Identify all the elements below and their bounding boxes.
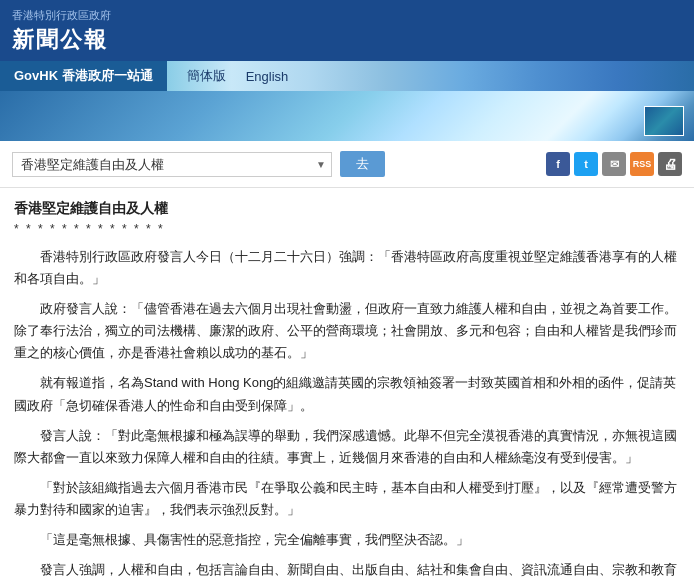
article-content: 香港堅定維護自由及人權 * * * * * * * * * * * * * 香港… [0,188,694,582]
article-para-2: 就有報道指，名為Stand with Hong Kong的組織邀請英國的宗教領袖… [14,372,680,416]
header-title: 新聞公報 [12,25,682,55]
print-icon[interactable]: 🖨 [658,152,682,176]
toolbar: 香港堅定維護自由及人權 ▼ 去 f t ✉ RSS 🖨 [0,141,694,188]
article-select[interactable]: 香港堅定維護自由及人權 [12,152,332,177]
go-button[interactable]: 去 [340,151,385,177]
article-para-4: 「對於該組織指過去六個月香港市民『在爭取公義和民主時，基本自由和人權受到打壓』，… [14,477,680,521]
rss-icon[interactable]: RSS [630,152,654,176]
article-para-3: 發言人說：「對此毫無根據和極為誤導的舉動，我們深感遺憾。此舉不但完全漠視香港的真… [14,425,680,469]
header: 香港特別行政區政府 新聞公報 [0,0,694,61]
nav-links: 簡体版 English [167,61,299,91]
nav-english[interactable]: English [236,69,299,84]
facebook-icon[interactable]: f [546,152,570,176]
nav-bar: GovHK 香港政府一站通 簡体版 English [0,61,694,91]
article-para-1: 政府發言人說：「儘管香港在過去六個月出現社會動盪，但政府一直致力維護人權和自由，… [14,298,680,364]
article-para-5: 「這是毫無根據、具傷害性的惡意指控，完全偏離事實，我們堅決否認。」 [14,529,680,551]
social-icons: f t ✉ RSS 🖨 [546,152,682,176]
article-title: 香港堅定維護自由及人權 [14,200,680,218]
banner [0,91,694,141]
nav-govhk[interactable]: GovHK 香港政府一站通 [0,61,167,91]
twitter-icon[interactable]: t [574,152,598,176]
article-para-0: 香港特別行政區政府發言人今日（十二月二十六日）強調：「香港特區政府高度重視並堅定… [14,246,680,290]
banner-decoration [644,106,684,136]
article-body: 香港特別行政區政府發言人今日（十二月二十六日）強調：「香港特區政府高度重視並堅定… [14,246,680,581]
article-select-wrapper: 香港堅定維護自由及人權 ▼ [12,152,332,177]
header-subtitle: 香港特別行政區政府 [12,8,682,23]
email-icon[interactable]: ✉ [602,152,626,176]
article-stars: * * * * * * * * * * * * * [14,222,680,236]
article-para-6: 發言人強調，人權和自由，包括言論自由、新聞自由、出版自由、結社和集會自由、資訊流… [14,559,680,581]
nav-simplified[interactable]: 簡体版 [177,67,236,85]
